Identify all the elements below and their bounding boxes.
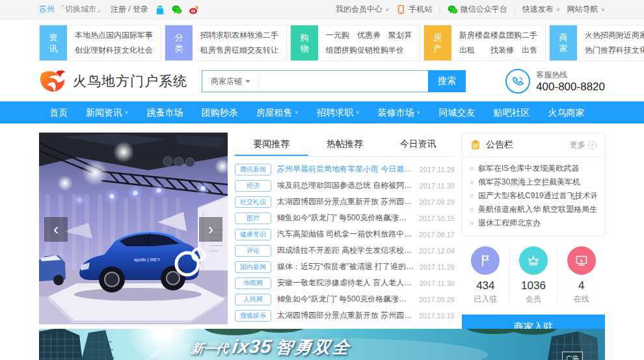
nav-item-home[interactable]: 首页 [40, 101, 77, 123]
nav-item-dating[interactable]: 同城交友 [429, 101, 484, 123]
news-title[interactable]: 媒体：近5万“假贫者”被清退 打了谁的脸？ [277, 261, 414, 272]
category-link[interactable]: 军事 [137, 30, 153, 41]
carousel-next-button[interactable]: › [199, 217, 222, 242]
news-tag[interactable]: 经济 [235, 180, 271, 192]
category-tile[interactable]: 资讯 [40, 25, 67, 60]
news-row[interactable]: 评论 因成绩拉不开差距 高校学生发信求校长不要划重点 2017.12.04 [235, 242, 455, 259]
site-logo[interactable]: 火鸟地方门户系统 [39, 68, 202, 94]
news-row[interactable]: 社交礼仪 太湖园博园部分景点重新开放 苏州园改名沐春园 2017.09.29 [235, 194, 455, 210]
news-row[interactable]: 健康常识 汽车高架抛锚 司机拿一箱饮料放路中间致追尾 2017.08.17 [235, 226, 455, 242]
category-link[interactable]: 附近商家 [616, 30, 644, 41]
notice-item[interactable]: 俄军苏30黑海上空拦截美军机 [470, 175, 597, 189]
nav-item-group-buy[interactable]: 团购秒杀 [193, 101, 247, 123]
category-link[interactable]: 二手 [522, 30, 537, 41]
category-link[interactable]: 半价 [388, 45, 412, 56]
notice-more-link[interactable]: 更多 › [570, 140, 597, 151]
category-link[interactable]: 创业理财 [75, 45, 106, 56]
notice-item[interactable]: 国产大型客机C919通过首飞技术评审 [470, 189, 597, 203]
category-link[interactable]: 一元购 [326, 30, 357, 41]
city-selector[interactable]: 苏州 「切换城市」 [39, 4, 104, 15]
qq-icon[interactable] [155, 5, 165, 15]
news-title[interactable]: 鲫鱼如今“跃龙门” 每500克价格飙涨到16.8元 [277, 294, 414, 305]
news-row[interactable]: 国内新闻 媒体：近5万“假贫者”被清退 打了谁的脸？ 2017.11.29 [235, 259, 455, 275]
category-link[interactable]: 优惠券 [357, 30, 388, 41]
news-title[interactable]: 安徽一敬老院涉嫌虐待老人 盲人老人被用鞋底打脸 [277, 277, 414, 289]
news-tag[interactable]: 社交礼仪 [235, 196, 271, 208]
quick-publish-menu[interactable]: 快速发布 ∨ [522, 4, 561, 15]
news-title[interactable]: 太湖园博园部分景点重新开放 苏州园改名沐春园 [277, 310, 414, 321]
nav-item-news[interactable]: 新闻资讯∨ [77, 101, 138, 123]
category-link[interactable]: 楼盘团购 [490, 30, 522, 41]
category-link[interactable]: 热门推荐 [585, 45, 616, 56]
wechat-platform-link[interactable]: 微信公众平台 [448, 4, 507, 15]
category-link[interactable]: 科技文化 [616, 45, 644, 56]
nav-item-flea-market[interactable]: 跳蚤市场 [138, 101, 193, 123]
news-row[interactable]: 经济 埃及前总理欲回国参选总统 自称被阿联酋禁止离境 2017.11.30 [235, 177, 455, 194]
switch-city-link[interactable]: 「切换城市」 [57, 4, 104, 15]
notice-item[interactable]: 美航借道南航入华 航空联盟格局生变黑 … [470, 203, 597, 216]
nav-item-housing[interactable]: 房屋租售∨ [247, 101, 308, 123]
news-tag[interactable]: 人民网 [235, 294, 271, 305]
member-center-menu[interactable]: 我的会员中心 ∨ [336, 4, 390, 15]
news-row[interactable]: 华商网 安徽一敬老院涉嫌虐待老人 盲人老人被用鞋底打脸 2017.11.30 [235, 275, 455, 291]
news-tag[interactable]: 华商网 [235, 277, 271, 289]
weibo-icon[interactable] [189, 5, 199, 15]
news-title[interactable]: 苏州早晨前后局地有零星小雨 今日最高气温11℃ [277, 164, 414, 175]
tab-headline-recommend[interactable]: 要闻推荐 [235, 133, 308, 156]
mobile-site-link[interactable]: 手机站 [396, 4, 433, 15]
search-button[interactable]: 搜索 [428, 70, 466, 92]
category-link[interactable]: 社会 [137, 45, 153, 56]
nav-item-decoration[interactable]: 装修市场∨ [369, 101, 430, 123]
carousel[interactable]: apollo | WEY ‹ › [39, 133, 228, 324]
category-link[interactable]: 出售 [522, 45, 537, 56]
category-link[interactable]: 科技文化 [106, 45, 137, 56]
news-tag[interactable]: 健康常识 [235, 229, 271, 240]
news-title[interactable]: 汽车高架抛锚 司机拿一箱饮料放路中间致追尾 [277, 229, 414, 240]
category-link[interactable]: 国内国际 [106, 30, 137, 41]
category-link[interactable]: 二手 [263, 30, 278, 41]
news-tag[interactable]: 搜狐娱乐 [235, 310, 271, 322]
ad-banner[interactable]: 新一代ix35智勇双全 广告 [39, 329, 605, 360]
news-tag[interactable]: 图片 [235, 212, 271, 224]
category-tile[interactable]: 房产 [424, 25, 451, 60]
category-link[interactable]: 出租 [459, 45, 490, 56]
category-tile[interactable]: 购物 [291, 25, 318, 60]
category-link[interactable]: 招聘求职 [200, 30, 232, 41]
category-link[interactable]: 火热招商 [585, 30, 616, 41]
search-input[interactable] [260, 71, 429, 92]
category-link[interactable]: 新房楼盘 [459, 30, 490, 41]
category-tile[interactable]: 分类 [165, 25, 193, 60]
nav-item-forum[interactable]: 贴吧社区 [484, 101, 539, 123]
news-title[interactable]: 太湖园博园部分景点重新开放 苏州园改名沐春园 [277, 196, 414, 207]
site-nav-menu[interactable]: 网站导航 ∨ [567, 4, 605, 15]
category-link[interactable]: 转让 [263, 45, 278, 56]
category-link[interactable]: 农林牧渔 [232, 30, 263, 41]
tab-hot-posts[interactable]: 热帖推荐 [308, 133, 382, 156]
category-link[interactable]: 征婚交友 [232, 45, 263, 56]
news-title[interactable]: 鲫鱼如今“跃龙门” 每500克价格飙涨到16.8元 [277, 212, 414, 224]
notice-item[interactable]: 叙军在IS仓库中发现美欧武器 [470, 162, 597, 175]
category-link[interactable]: 促销抢购 [357, 45, 388, 56]
category-link[interactable]: 聚划算 [388, 30, 412, 41]
news-tag[interactable]: 评论 [235, 245, 271, 257]
news-row[interactable]: 人民网 鲫鱼如今“跃龙门” 每500克价格飙涨到16.8元 2017.09.29 [235, 291, 455, 307]
search-category-dropdown[interactable]: 商家店铺 [202, 75, 260, 88]
news-row[interactable]: 图片 鲫鱼如今“跃龙门” 每500克价格飙涨到16.8元 2017.10.15 [235, 210, 455, 226]
category-tile[interactable]: 商家 [550, 25, 577, 60]
category-link[interactable]: 租房售房 [200, 45, 232, 56]
nav-item-merchants[interactable]: 火鸟商家 [539, 101, 593, 123]
news-title[interactable]: 埃及前总理欲回国参选总统 自称被阿联酋禁止离境 [277, 180, 414, 191]
wechat-icon[interactable] [172, 5, 182, 15]
news-row[interactable]: 搜狐娱乐 太湖园博园部分景点重新开放 苏州园改名沐春园 2017.10.15 [235, 307, 455, 324]
register-login-link[interactable]: 注册 / 登录 [111, 4, 148, 15]
news-row[interactable]: 腾讯新闻 苏州早晨前后局地有零星小雨 今日最高气温11℃ 2017.11.29 [235, 161, 455, 177]
news-title[interactable]: 因成绩拉不开差距 高校学生发信求校长不要划重点 [277, 245, 414, 256]
notice-item[interactable]: 退休工程师北京办 [470, 216, 597, 230]
category-link[interactable]: 找装修 [490, 45, 522, 56]
current-city[interactable]: 苏州 [39, 4, 55, 15]
news-tag[interactable]: 腾讯新闻 [235, 164, 271, 175]
news-tag[interactable]: 国内新闻 [235, 261, 271, 273]
tab-today-news[interactable]: 今日资讯 [381, 133, 455, 156]
category-link[interactable]: 组团拼购 [326, 45, 357, 56]
carousel-prev-button[interactable]: ‹ [44, 217, 68, 242]
